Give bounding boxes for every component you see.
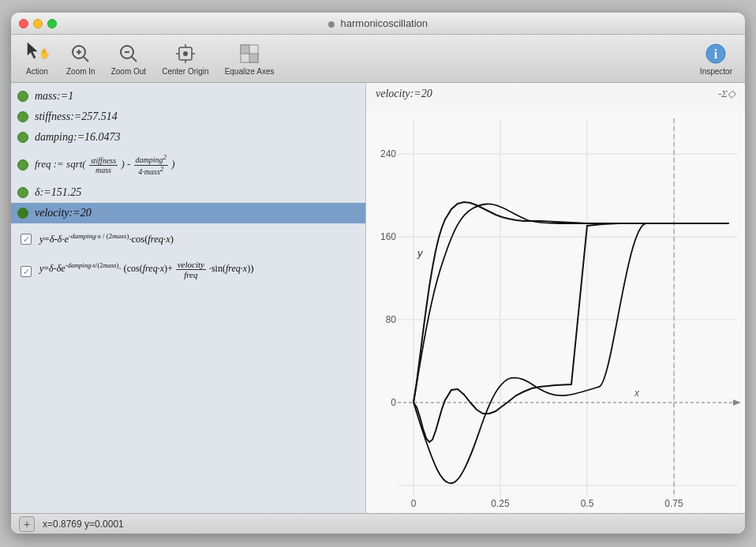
inspector-button[interactable]: i Inspector [694, 38, 739, 79]
param-text-delta: δ:=151.25 [35, 186, 81, 199]
param-dot-delta [17, 187, 28, 198]
svg-marker-0 [28, 43, 37, 58]
param-mass[interactable]: mass:=1 [11, 86, 365, 107]
titlebar: harmonicoscillation [11, 13, 745, 35]
close-button[interactable] [19, 19, 28, 28]
statusbar: + x=0.8769 y=0.0001 [11, 513, 745, 534]
zoom-in-icon [68, 41, 93, 66]
formula-2-text: y=δ-δe-damping·x/(2mass)· (cos(freq·x)+ … [39, 260, 254, 279]
formula-1-text: y=δ-δ·e-damping·x / (2mass)·cos(freq·x) [39, 232, 174, 245]
zoom-out-button[interactable]: Zoom Out [105, 38, 152, 79]
formula-row-1: y=δ-δ·e-damping·x / (2mass)·cos(freq·x) [11, 223, 365, 255]
param-dot-stiffness [17, 111, 28, 122]
equalize-axes-button[interactable]: Equalize Axes [219, 38, 281, 79]
minimize-button[interactable] [33, 19, 43, 28]
checkbox-1[interactable] [17, 230, 35, 248]
zoom-out-label: Zoom Out [111, 67, 146, 76]
formula-row-2: y=δ-δe-damping·x/(2mass)· (cos(freq·x)+ … [11, 255, 365, 287]
main-content: mass:=1 stiffness:=257.514 damping:=16.0… [11, 83, 745, 513]
center-origin-button[interactable]: Center Origin [155, 38, 215, 79]
oscillation-curve-2 [414, 223, 713, 483]
graph-curves-svg [366, 111, 745, 513]
fraction-damping2-mass2: damping2 4·mass2 [134, 154, 169, 176]
zoom-in-button[interactable]: Zoom In [60, 38, 102, 79]
coords-display: x=0.8769 y=0.0001 [43, 519, 124, 530]
action-icon: ✋ [24, 41, 50, 66]
param-dot-freq [17, 159, 28, 170]
checkbox-1-check[interactable] [21, 234, 32, 245]
param-dot-velocity [17, 208, 28, 219]
param-damping[interactable]: damping:=16.0473 [11, 127, 365, 148]
graph-velocity-label: velocity:=20 [376, 88, 432, 100]
zoom-out-icon [116, 41, 141, 66]
window-title: harmonicoscillation [328, 17, 428, 29]
right-panel: velocity:=20 -Σ◇ [366, 83, 745, 513]
param-text-mass: mass:=1 [35, 90, 73, 103]
param-dot-mass [17, 91, 28, 102]
param-text-stiffness: stiffness:=257.514 [35, 111, 118, 123]
center-origin-label: Center Origin [162, 67, 208, 76]
toolbar: ✋ Action Zoom In [11, 35, 745, 83]
svg-rect-16 [241, 45, 249, 54]
inspector-label: Inspector [700, 67, 732, 76]
svg-point-10 [183, 51, 188, 56]
graph-sigma-symbol: -Σ◇ [718, 88, 735, 100]
param-dot-damping [17, 132, 28, 143]
zoom-in-label: Zoom In [66, 67, 95, 76]
action-label: Action [26, 67, 48, 76]
oscillation-curve-1 [414, 204, 717, 403]
svg-rect-17 [249, 54, 258, 62]
checkbox-2[interactable] [17, 263, 35, 280]
svg-text:✋: ✋ [39, 47, 50, 59]
param-text-velocity: velocity:=20 [35, 207, 92, 219]
svg-line-8 [132, 57, 137, 62]
frac-velocity-freq: velocity freq [176, 260, 206, 279]
inspector-icon: i [703, 41, 728, 66]
equalize-axes-label: Equalize Axes [225, 67, 275, 76]
param-text-freq: freq := sqrt( stiffness mass ) - damping… [35, 154, 175, 176]
action-button[interactable]: ✋ Action [17, 38, 57, 79]
maximize-button[interactable] [47, 19, 57, 28]
title-dot-icon [328, 21, 335, 28]
toolbar-right: i Inspector [694, 38, 739, 79]
param-freq[interactable]: freq := sqrt( stiffness mass ) - damping… [11, 148, 365, 182]
svg-text:i: i [714, 47, 718, 61]
svg-line-5 [84, 57, 88, 62]
fraction-stiffness-mass: stiffness mass [89, 156, 118, 174]
checkbox-2-check[interactable] [21, 266, 32, 277]
main-window: harmonicoscillation ✋ Action [11, 13, 745, 534]
add-button[interactable]: + [19, 516, 35, 532]
graph-header: velocity:=20 -Σ◇ [366, 83, 745, 105]
param-velocity[interactable]: velocity:=20 [11, 203, 365, 223]
param-text-damping: damping:=16.0473 [35, 131, 121, 144]
graph-canvas[interactable]: 240 160 0 80 0 0.25 0.5 0.75 x y [366, 111, 745, 513]
param-stiffness[interactable]: stiffness:=257.514 [11, 107, 365, 127]
equalize-axes-icon [237, 41, 262, 66]
center-origin-icon [173, 41, 198, 66]
param-delta[interactable]: δ:=151.25 [11, 182, 365, 203]
left-panel: mass:=1 stiffness:=257.514 damping:=16.0… [11, 83, 366, 513]
traffic-lights [19, 19, 57, 28]
